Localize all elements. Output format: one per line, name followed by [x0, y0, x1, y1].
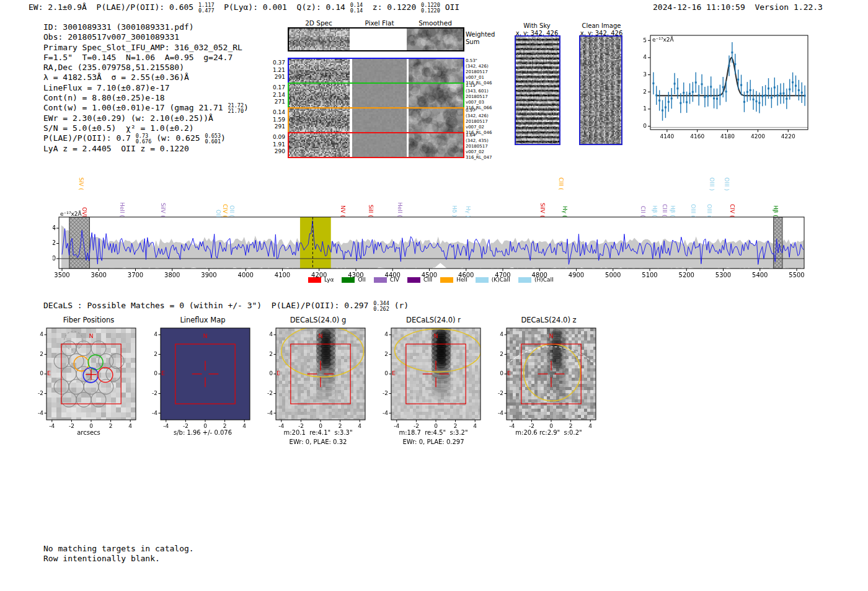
cutout-decals-r: [381, 323, 485, 431]
catalog-match-line: DECaLS : Possible Matches = 0 (within +/…: [43, 301, 409, 312]
spectral-line-label: SiIV (: [539, 203, 546, 217]
spectral-line-label: OII (: [229, 205, 235, 217]
stacked-fraction: 0.6530.601: [205, 133, 221, 144]
info-line: S/N = 5.0(±0.5) χ² = 1.0(±0.2): [43, 123, 249, 133]
spectral-line-label: HeII (: [397, 202, 403, 217]
legend-label: CIV: [390, 277, 399, 283]
cutout-sub2-decals-g: EWr: 0, PLAE: 0.32: [266, 438, 370, 445]
stacked-fraction: 21.7221.70: [228, 103, 244, 114]
line-fit-plot: [642, 28, 822, 146]
legend-label: Lyα: [324, 277, 334, 283]
header-meta: 2024-12-16 11:10:59 Version 1.22.3: [653, 2, 823, 12]
spectral-line-label: NV (: [340, 205, 346, 217]
spectral-line-label: Hδ ): [451, 205, 458, 217]
legend-swatch: [407, 277, 420, 283]
legend-swatch: [374, 277, 387, 283]
fiber-strip-left-labels: 0.14 1.59 291: [267, 109, 285, 131]
legend-swatch: [342, 277, 355, 283]
legend-item-civ: CIV: [374, 277, 399, 283]
footer-note-2: Row intentionally blank.: [43, 554, 160, 563]
spectral-line-label: CIV (: [222, 204, 228, 217]
legend-swatch: [518, 277, 531, 283]
spectral-line-label: Hβ (: [773, 205, 779, 217]
info-line: LineFlux = 7.10(±0.87)e-17: [43, 83, 249, 93]
spectral-line-label: OIII ): [709, 177, 715, 190]
spec2d-fiber-strip: [288, 82, 464, 109]
info-line: Cont(w) = 1.00(±0.01)e-17 (gmag 21.71 21…: [43, 103, 249, 113]
spectrum-legend: LyαOIICIVCIIIHeII(K)CaII(H)CaII: [308, 277, 562, 283]
spectral-line-label: OIII (: [690, 204, 696, 217]
spectral-line-label: Hβ (: [670, 205, 676, 217]
legend-label: (K)CaII: [492, 277, 510, 283]
full-spectrum-plot: [53, 210, 814, 285]
header-summary-line: EW: 2.1±0.9Å P(LAE)/P(OII): 0.605 1.1170…: [29, 2, 459, 14]
legend-swatch: [308, 277, 321, 283]
spectral-line-label: SiII (: [368, 205, 374, 217]
cutout-lineflux-map: [151, 323, 255, 431]
spectral-line-label: Hγ (: [562, 206, 568, 217]
spec2d-col-header-smoothed: Smoothed: [404, 19, 466, 27]
spectral-line-label: CII (: [640, 206, 646, 217]
legend-swatch: [440, 277, 453, 283]
spectral-line-label: OIII (: [706, 204, 712, 217]
legend-item-kcaii: (K)CaII: [476, 277, 510, 283]
fiber-strip-right-labels: 0.97" (342, 426) 20180517 v007_02 316_RL…: [466, 108, 492, 136]
spec2d-fiber-strip: [288, 132, 464, 158]
legend-label: CIII: [423, 277, 432, 283]
legend-label: HeII: [456, 277, 467, 283]
spectral-line-label: Hγ ): [465, 206, 471, 217]
cutout-sub1-lineflux-map: s/b: 1.96 +/- 0.076: [151, 429, 255, 436]
spectral-line-label: OII: [215, 210, 221, 217]
info-line: F=1.5" T=0.145 N=1.06 A=0.95 g=24.7: [43, 53, 249, 63]
report-datetime: 2024-12-16 11:10:59: [653, 2, 745, 12]
legend-item-heii: HeII: [440, 277, 467, 283]
legend-label: OII: [358, 277, 365, 283]
legend-item-ciii: CIII: [407, 277, 432, 283]
stacked-fraction: 0.3440.262: [373, 301, 389, 312]
stacked-fraction: 0.730.676: [136, 133, 152, 144]
fiber-strip-left-labels: 0.37 1.21 291: [267, 60, 285, 81]
cutout-sub2-decals-r: EWr: 0, PLAE: 0.297: [381, 438, 485, 445]
spec2d-fiber-strip: [288, 58, 464, 84]
legend-item-hcaii: (H)CaII: [518, 277, 554, 283]
info-line: LyA z = 2.4405 OII z = 0.1220: [43, 144, 249, 154]
fiber-strip-right-labels: 0.53" (342, 426) 20180517 v007_01 316_RL…: [466, 58, 492, 86]
spectral-line-label: SiV (: [78, 177, 84, 190]
spectral-line-label: HeII (: [119, 202, 125, 217]
legend-item-oii: OII: [342, 277, 365, 283]
legend-swatch: [476, 277, 489, 283]
stacked-fraction: 0.140.14: [350, 2, 363, 14]
info-line: ID: 3001089331 (3001089331.pdf): [43, 22, 249, 32]
cutout-sub1-fiber-positions: arcsecs: [37, 429, 141, 436]
fiber-strip-right-labels: 1.11" (343, 601) 20180517 v007_03 316_RL…: [466, 83, 492, 111]
cutout-fiber-positions: [37, 323, 141, 431]
fiber-strip-left-labels: 0.17 2.14 271: [267, 84, 285, 106]
stacked-fraction: 1.1170.477: [198, 2, 215, 14]
spectral-line-label: OIII ): [724, 177, 730, 190]
info-line: Primary Spec_Slot_IFU_AMP: 316_032_052_R…: [43, 43, 249, 53]
info-line: Obs: 20180517v007_3001089331: [43, 32, 249, 42]
info-line: EWr = 2.30(±0.29) (w: 2.10(±0.25))Å: [43, 113, 249, 123]
spec2d-col-header-2dspec: 2D Spec: [288, 19, 350, 27]
cutout-sub1-decals-z: m:20.6 rc:2.9" s:0.2": [497, 429, 601, 436]
cutout-decals-g: [266, 323, 370, 431]
spectral-line-label: CIII (: [558, 177, 564, 190]
elixer-report-page: EW: 2.1±0.9Å P(LAE)/P(OII): 0.605 1.1170…: [0, 0, 868, 591]
clean-image: [579, 35, 622, 145]
spec2d-col-header-pixelflat: Pixel Flat: [348, 19, 410, 27]
spec2d-fiber-strip: [288, 107, 464, 133]
cutout-decals-z: [497, 323, 601, 431]
spectral-line-label: CIV (: [729, 204, 735, 217]
legend-label: (H)CaII: [534, 277, 554, 283]
spectral-line-label: OVI: [81, 207, 87, 217]
info-line: P(LAE)/P(OII): 0.7 0.730.676 (w: 0.625 0…: [43, 133, 249, 143]
detection-info-block: ID: 3001089331 (3001089331.pdf)Obs: 2018…: [43, 22, 249, 154]
stacked-fraction: 0.12200.1220: [421, 2, 440, 14]
info-line: Cont(n) = 8.80(±0.25)e-18: [43, 93, 249, 103]
weighted-sum-label: Weighted Sum: [466, 31, 502, 46]
cutout-sub1-decals-g: m:20.1 re:4.1" s:3.3": [266, 429, 370, 436]
info-line: RA,Dec (235.079758,51.215580): [43, 63, 249, 73]
spectral-line-label: SiIV (: [160, 203, 166, 217]
footer-note-1: No matching targets in catalog.: [43, 544, 194, 553]
legend-item-ly: Lyα: [308, 277, 334, 283]
